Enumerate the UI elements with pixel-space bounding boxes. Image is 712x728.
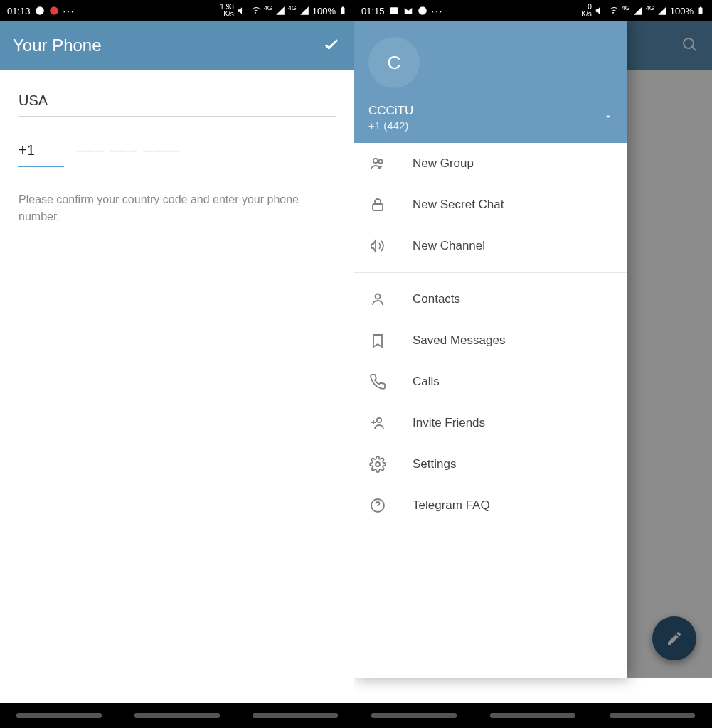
nav-home[interactable] xyxy=(490,713,575,718)
phone-number-input[interactable] xyxy=(77,138,336,166)
right-screen: 01:15 ··· 0 K/s 4G 4G xyxy=(354,0,712,728)
status-netspeed: 1.93 K/s xyxy=(220,4,233,18)
drawer-item-invite[interactable]: Invite Friends xyxy=(354,402,627,444)
drawer-header: C CCCiTU +1 (442) xyxy=(354,21,627,143)
drawer-item-new-group[interactable]: New Group xyxy=(354,143,627,184)
battery-icon xyxy=(696,6,705,16)
svg-point-0 xyxy=(36,6,44,15)
svg-point-12 xyxy=(376,294,381,299)
drawer-item-label: New Group xyxy=(413,156,474,171)
status-mail-icon xyxy=(403,6,413,16)
country-code-input[interactable] xyxy=(18,138,64,167)
left-screen: 01:13 ··· 1.93 K/s 4G 4G xyxy=(0,0,354,728)
drawer-item-new-secret-chat[interactable]: New Secret Chat xyxy=(354,184,627,225)
signal-icon-2 xyxy=(657,6,667,16)
drawer-item-calls[interactable]: Calls xyxy=(354,361,627,402)
signal-icon-1 xyxy=(633,6,643,16)
drawer-username: CCCiTU xyxy=(368,104,413,118)
confirm-icon[interactable] xyxy=(322,34,341,57)
invite-icon xyxy=(368,414,387,432)
svg-point-14 xyxy=(376,462,380,466)
nav-home[interactable] xyxy=(134,713,220,718)
status-bar: 01:13 ··· 1.93 K/s 4G 4G xyxy=(0,0,354,21)
drawer-list: New Group New Secret Chat New Channel xyxy=(354,143,627,678)
country-field[interactable]: USA xyxy=(18,87,336,117)
nav-back[interactable] xyxy=(610,713,695,718)
avatar[interactable]: C xyxy=(368,37,420,88)
svg-rect-4 xyxy=(390,7,398,14)
drawer-item-saved[interactable]: Saved Messages xyxy=(354,320,627,361)
drawer-item-label: Telegram FAQ xyxy=(413,498,490,513)
hint-text: Please confirm your country code and ent… xyxy=(18,191,336,225)
navigation-drawer: C CCCiTU +1 (442) New Group xyxy=(354,21,627,678)
svg-point-1 xyxy=(50,6,58,15)
settings-icon xyxy=(368,455,387,473)
status-more-icon: ··· xyxy=(63,6,75,16)
call-icon xyxy=(368,373,387,391)
megaphone-icon xyxy=(368,237,387,255)
signal-4g-2: 4G xyxy=(288,4,297,11)
status-app-icon xyxy=(35,6,45,16)
signal-icon-2 xyxy=(299,6,309,16)
help-icon xyxy=(368,496,387,515)
drawer-item-contacts[interactable]: Contacts xyxy=(354,279,627,320)
drawer-item-new-channel[interactable]: New Channel xyxy=(354,225,627,267)
status-time: 01:15 xyxy=(361,6,385,16)
contact-icon xyxy=(368,290,387,309)
battery-icon xyxy=(339,6,347,16)
drawer-scrim[interactable] xyxy=(627,21,712,678)
wifi-icon xyxy=(250,5,261,16)
drawer-item-label: Calls xyxy=(413,375,440,389)
account-toggle-icon[interactable] xyxy=(603,112,613,124)
nav-bar xyxy=(0,703,354,728)
status-image-icon xyxy=(389,6,399,16)
mute-icon xyxy=(595,6,605,16)
nav-bar xyxy=(354,703,712,728)
svg-rect-6 xyxy=(699,8,703,15)
mute-icon xyxy=(237,6,247,16)
svg-point-9 xyxy=(373,159,378,163)
svg-point-10 xyxy=(378,159,382,163)
drawer-item-label: New Channel xyxy=(413,239,485,253)
status-more-icon: ··· xyxy=(432,6,444,16)
nav-recent[interactable] xyxy=(371,713,457,718)
drawer-item-settings[interactable]: Settings xyxy=(354,444,627,485)
signal-4g-1: 4G xyxy=(264,4,272,11)
status-netspeed: 0 K/s xyxy=(581,4,591,18)
status-time: 01:13 xyxy=(7,6,31,16)
drawer-item-label: Settings xyxy=(413,457,456,471)
app-bar: Your Phone xyxy=(0,21,354,70)
drawer-item-label: Contacts xyxy=(413,292,460,306)
drawer-phone: +1 (442) xyxy=(368,119,413,132)
drawer-divider xyxy=(354,272,627,273)
lock-icon xyxy=(368,196,387,214)
drawer-item-label: Saved Messages xyxy=(413,333,505,348)
group-icon xyxy=(368,154,387,173)
status-bar: 01:15 ··· 0 K/s 4G 4G xyxy=(354,0,712,21)
bookmark-icon xyxy=(368,331,387,350)
nav-recent[interactable] xyxy=(16,713,102,718)
wifi-icon xyxy=(607,5,619,16)
signal-icon-1 xyxy=(275,6,285,16)
app-bar-title: Your Phone xyxy=(13,36,102,55)
status-app-icon-2 xyxy=(49,6,59,16)
svg-point-5 xyxy=(418,6,427,15)
svg-point-13 xyxy=(377,418,381,422)
svg-rect-11 xyxy=(373,204,383,210)
drawer-item-label: New Secret Chat xyxy=(413,198,504,212)
svg-rect-2 xyxy=(341,8,345,15)
drawer-item-faq[interactable]: Telegram FAQ xyxy=(354,485,627,526)
svg-rect-7 xyxy=(700,7,701,9)
nav-back[interactable] xyxy=(253,713,338,718)
login-body: USA Please confirm your country code and… xyxy=(0,70,354,703)
status-battery: 100% xyxy=(312,6,336,16)
signal-4g-2: 4G xyxy=(646,4,654,11)
status-battery: 100% xyxy=(670,6,694,16)
drawer-item-label: Invite Friends xyxy=(413,416,485,430)
svg-rect-3 xyxy=(342,7,344,9)
status-chat-icon xyxy=(418,6,427,16)
signal-4g-1: 4G xyxy=(622,4,630,11)
